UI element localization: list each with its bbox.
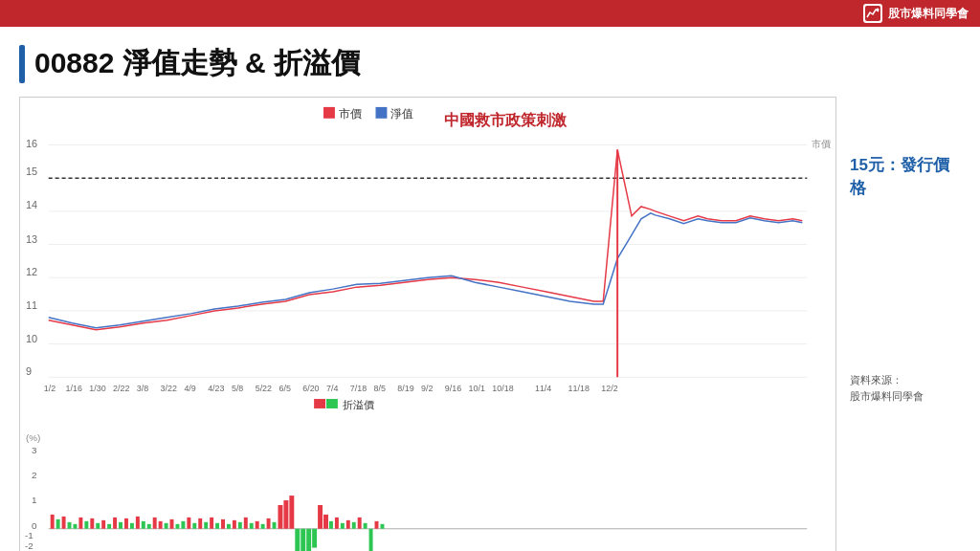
right-panel: 15元：發行價格 資料來源： 股市爆料同學會 — [836, 97, 961, 406]
svg-rect-92 — [227, 524, 231, 529]
svg-rect-91 — [221, 519, 225, 529]
svg-text:4/23: 4/23 — [208, 384, 224, 393]
svg-rect-73 — [119, 522, 122, 529]
svg-rect-96 — [250, 523, 254, 529]
svg-rect-69 — [96, 523, 100, 529]
svg-text:2/22: 2/22 — [113, 384, 129, 393]
svg-text:-2: -2 — [25, 540, 33, 551]
svg-rect-119 — [380, 524, 384, 529]
svg-text:14: 14 — [26, 199, 37, 210]
svg-rect-88 — [204, 522, 208, 529]
title-row: 00882 淨值走勢 & 折溢價 — [19, 44, 961, 83]
svg-rect-118 — [375, 521, 379, 529]
svg-rect-82 — [170, 519, 174, 529]
svg-rect-3 — [323, 107, 335, 119]
svg-text:13: 13 — [26, 233, 37, 245]
svg-text:1/30: 1/30 — [89, 384, 105, 393]
svg-text:11: 11 — [26, 299, 37, 311]
svg-text:15: 15 — [26, 165, 37, 177]
svg-rect-116 — [364, 523, 368, 529]
source-label: 資料來源： — [850, 372, 961, 389]
svg-rect-75 — [130, 523, 134, 529]
svg-point-1 — [877, 9, 880, 11]
svg-rect-63 — [62, 517, 66, 529]
svg-rect-101 — [278, 505, 282, 529]
svg-text:6/5: 6/5 — [278, 384, 290, 393]
svg-rect-64 — [68, 522, 72, 529]
svg-rect-89 — [210, 518, 213, 529]
svg-rect-62 — [56, 519, 60, 529]
brand-logo: 股市爆料同學會 — [863, 4, 969, 23]
svg-rect-49 — [314, 399, 325, 408]
main-content: 00882 淨值走勢 & 折溢價 中國救市政策刺激 市價 淨值 16 15 14 — [0, 27, 980, 551]
svg-text:8/5: 8/5 — [374, 384, 386, 393]
svg-rect-50 — [326, 399, 338, 408]
svg-rect-78 — [147, 524, 151, 529]
svg-text:3/22: 3/22 — [161, 384, 177, 393]
svg-text:折溢價: 折溢價 — [343, 399, 374, 410]
svg-rect-61 — [51, 515, 55, 529]
svg-text:7/18: 7/18 — [350, 384, 367, 393]
svg-text:7/4: 7/4 — [326, 384, 338, 393]
svg-rect-95 — [244, 518, 248, 529]
svg-rect-111 — [335, 518, 339, 529]
page-title: 00882 淨值走勢 & 折溢價 — [34, 44, 360, 83]
svg-text:市價: 市價 — [812, 139, 831, 149]
svg-text:12/2: 12/2 — [601, 384, 617, 393]
svg-rect-71 — [107, 524, 111, 529]
svg-text:5/22: 5/22 — [256, 384, 272, 393]
svg-text:3/8: 3/8 — [137, 384, 148, 393]
svg-rect-68 — [90, 518, 94, 529]
svg-text:11/18: 11/18 — [568, 384, 590, 393]
svg-rect-83 — [175, 524, 179, 529]
svg-rect-107 — [312, 529, 317, 548]
issue-price-text: 15元：發行價格 — [850, 156, 949, 197]
svg-rect-74 — [124, 518, 128, 529]
svg-text:9/2: 9/2 — [421, 384, 433, 393]
svg-rect-99 — [267, 518, 271, 529]
svg-text:市價: 市價 — [339, 107, 362, 121]
svg-rect-77 — [142, 521, 145, 529]
svg-rect-81 — [165, 523, 168, 529]
chart-svg-wrapper: 市價 淨值 16 15 14 13 12 11 10 9 市價 — [20, 98, 835, 551]
top-bar: 股市爆料同學會 — [0, 0, 980, 27]
brand-icon — [863, 4, 882, 23]
title-accent-bar — [19, 45, 25, 83]
svg-text:3: 3 — [32, 445, 37, 455]
svg-rect-80 — [159, 521, 163, 529]
svg-text:淨值: 淨值 — [390, 107, 413, 121]
svg-text:9/16: 9/16 — [445, 384, 461, 393]
svg-rect-76 — [136, 517, 140, 529]
svg-rect-115 — [358, 518, 362, 529]
svg-text:8/19: 8/19 — [397, 384, 413, 393]
svg-text:2: 2 — [32, 470, 37, 480]
svg-text:10/18: 10/18 — [492, 384, 513, 393]
svg-rect-112 — [341, 523, 345, 529]
brand-name: 股市爆料同學會 — [888, 6, 969, 22]
svg-text:6/20: 6/20 — [302, 384, 319, 393]
svg-rect-98 — [261, 524, 265, 529]
svg-text:9: 9 — [26, 365, 32, 377]
svg-rect-70 — [101, 520, 105, 529]
svg-rect-79 — [153, 518, 157, 529]
svg-text:4/9: 4/9 — [184, 384, 195, 393]
svg-text:1/2: 1/2 — [44, 384, 56, 393]
svg-rect-104 — [295, 529, 300, 551]
svg-text:10/1: 10/1 — [469, 384, 485, 393]
svg-text:5/8: 5/8 — [232, 384, 243, 393]
svg-rect-84 — [181, 521, 185, 529]
svg-rect-108 — [318, 505, 323, 529]
svg-text:11/4: 11/4 — [535, 384, 551, 393]
svg-rect-113 — [346, 520, 350, 529]
svg-rect-66 — [78, 518, 82, 529]
svg-text:-1: -1 — [25, 530, 33, 540]
svg-rect-86 — [192, 523, 196, 529]
svg-rect-97 — [256, 521, 259, 529]
svg-rect-87 — [198, 518, 202, 529]
svg-rect-93 — [233, 520, 236, 529]
svg-rect-2 — [20, 98, 835, 551]
svg-rect-65 — [73, 524, 77, 529]
svg-rect-117 — [369, 529, 373, 551]
svg-text:16: 16 — [26, 138, 37, 149]
source-value: 股市爆料同學會 — [850, 388, 961, 406]
